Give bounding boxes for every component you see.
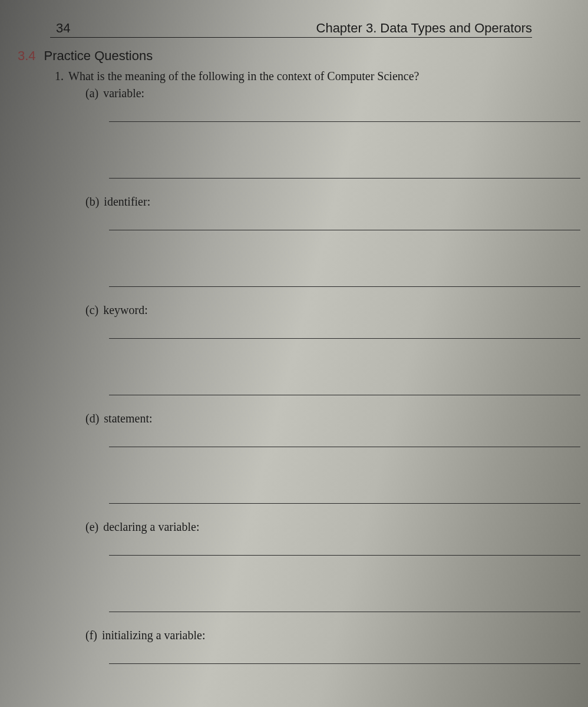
sub-label: (c)	[85, 303, 98, 316]
sub-label: (b)	[85, 195, 99, 208]
sub-label: (f)	[85, 629, 97, 642]
sub-question-c: (c) keyword:	[85, 303, 588, 395]
answer-line	[109, 121, 580, 122]
textbook-page: 34 Chapter 3. Data Types and Operators 3…	[0, 3, 588, 707]
sub-text: identifier:	[104, 195, 150, 208]
sub-question-a: (a) variable:	[85, 87, 588, 179]
answer-lines	[109, 555, 588, 612]
page-number: 34	[50, 21, 70, 36]
sub-text: statement:	[104, 412, 152, 425]
sub-text: variable:	[103, 87, 144, 100]
answer-lines	[109, 663, 588, 707]
question-line: 1. What is the meaning of the following …	[53, 70, 588, 83]
section-heading: 3.4 Practice Questions	[18, 48, 588, 64]
answer-line	[109, 150, 580, 179]
sub-question-b: (b) identifier:	[85, 195, 588, 287]
sub-question-d: (d) statement:	[85, 412, 588, 504]
answer-lines	[109, 230, 588, 287]
answer-lines	[109, 447, 588, 504]
answer-line	[109, 367, 580, 395]
answer-line	[109, 663, 580, 664]
answer-line	[109, 338, 580, 339]
page-header: 34 Chapter 3. Data Types and Operators	[50, 21, 532, 38]
answer-lines	[109, 121, 588, 179]
sub-label: (d)	[85, 412, 99, 425]
answer-line	[109, 259, 580, 287]
answer-line	[109, 447, 580, 447]
answer-line	[109, 584, 580, 612]
answer-lines	[109, 338, 588, 395]
answer-line	[109, 555, 580, 556]
sub-question-e: (e) declaring a variable:	[85, 520, 588, 612]
question-block: 1. What is the meaning of the following …	[53, 70, 588, 707]
sub-text: declaring a variable:	[103, 520, 199, 533]
sub-question-f: (f) initializing a variable:	[85, 629, 588, 707]
answer-line	[109, 230, 580, 230]
sub-label: (e)	[85, 520, 98, 533]
question-text: What is the meaning of the following in …	[68, 70, 419, 83]
sub-text: initializing a variable:	[102, 629, 206, 642]
chapter-title: Chapter 3. Data Types and Operators	[316, 21, 532, 36]
sub-label: (a)	[85, 87, 98, 100]
section-title: Practice Questions	[44, 48, 153, 64]
answer-line	[109, 692, 580, 707]
sub-text: keyword:	[103, 303, 148, 316]
question-number: 1.	[53, 70, 64, 83]
answer-line	[109, 475, 580, 504]
section-number: 3.4	[18, 48, 36, 64]
